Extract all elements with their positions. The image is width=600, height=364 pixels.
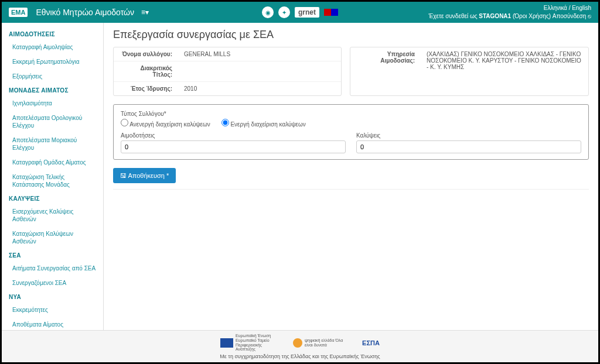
sidebar-item[interactable]: Καταχώριση Τελικής Κατάστασης Μονάδας <box>2 170 103 192</box>
divider <box>113 189 589 190</box>
sidebar-item[interactable]: Καταγραφή Αιμοληψίας <box>2 40 103 54</box>
club-type-label: Τύπος Συλλόγου* <box>121 111 581 117</box>
radio-inactive[interactable] <box>121 119 128 126</box>
sidebar-section-header: ΝΥΑ <box>2 290 103 303</box>
username: STAGONA1 <box>479 13 511 19</box>
founding-year-label: Έτος Ίδρυσης: <box>114 82 178 96</box>
espa-group: ΕΣΠΑ <box>362 339 380 346</box>
digital-greece-text: ψηφιακή ελλάδα Όλα είναι δυνατά <box>305 338 346 347</box>
partner-logo-1-icon: ◉ <box>262 6 274 18</box>
header-right: Ελληνικά / English Έχετε συνδεθεί ως STA… <box>428 4 591 20</box>
service-label: Υπηρεσία Αιμοδοσίας: <box>350 47 421 74</box>
sidebar-section-header: ΑΙΜΟΔΟΤΗΣΕΙΣ <box>2 28 103 40</box>
page-title: Επεξεργασία συνεργασίας με ΣΕΑ <box>113 29 589 41</box>
flag-swatch-icon <box>324 9 338 16</box>
header-center-logos: ◉ ✦ grnet <box>262 6 338 18</box>
digital-greece-icon <box>293 338 302 348</box>
save-icon: 🖫 <box>120 172 128 179</box>
sidebar-section-header: ΜΟΝΑΔΕΣ ΑΙΜΑΤΟΣ <box>2 84 103 96</box>
sidebar-item[interactable]: Εκκρεμότητες <box>2 303 103 317</box>
save-button[interactable]: 🖫 Αποθήκευση * <box>113 168 176 183</box>
hamburger-toggle-icon[interactable]: ≡▾ <box>141 8 149 16</box>
footer: Ευρωπαϊκή Ένωση Ευρωπαϊκό Ταμείο Περιφερ… <box>2 330 598 362</box>
app-logo: EMA Εθνικό Μητρώο Αιμοδοτών ≡▾ <box>9 8 149 17</box>
founding-year-value: 2010 <box>178 82 341 96</box>
app-title: Εθνικό Μητρώο Αιμοδοτών <box>36 8 134 17</box>
radio-active-text: Ενεργή διαχείριση καλύψεων <box>230 121 305 128</box>
club-info-panel: Όνομα συλλόγου: GENERAL MILLS Διακριτικό… <box>113 47 342 96</box>
distinct-title-value <box>178 61 341 82</box>
eu-text: Ευρωπαϊκή Ένωση Ευρωπαϊκό Ταμείο Περιφερ… <box>236 334 277 352</box>
edit-form: Τύπος Συλλόγου* Ανενεργή διαχείριση καλύ… <box>113 104 589 160</box>
espa-label: ΕΣΠΑ <box>362 339 380 346</box>
sidebar-item[interactable]: Εξορμήσεις <box>2 69 103 84</box>
radio-inactive-label[interactable]: Ανενεργή διαχείριση καλύψεων <box>121 121 212 128</box>
app-header: EMA Εθνικό Μητρώο Αιμοδοτών ≡▾ ◉ ✦ grnet… <box>2 2 598 23</box>
logout-link[interactable]: Αποσύνδεση <box>553 13 586 19</box>
sidebar-item[interactable]: Αιτήματα Συνεργασίας από ΣΕΑ <box>2 261 103 276</box>
sidebar-item[interactable]: Εκκρεμή Ερωτηματολόγια <box>2 54 103 69</box>
donations-label: Αιμοδοτήσεις <box>121 132 346 139</box>
distinct-title-label: Διακριτικός Τίτλος: <box>114 61 178 82</box>
sidebar-section-header: ΚΑΛΥΨΕΙΣ <box>2 192 103 204</box>
club-name-value: GENERAL MILLS <box>178 47 341 61</box>
donations-input[interactable] <box>121 140 346 153</box>
language-switch[interactable]: Ελληνικά / English <box>544 5 591 11</box>
logo-badge: EMA <box>9 8 28 17</box>
sidebar-item[interactable]: Αποτελέσματα Ορολογικού Ελέγχου <box>2 111 103 133</box>
radio-inactive-text: Ανενεργή διαχείριση καλύψεων <box>129 121 210 128</box>
logout-icon[interactable]: ⎋ <box>586 13 591 19</box>
login-prefix: Έχετε συνδεθεί ως <box>428 13 479 19</box>
radio-active-label[interactable]: Ενεργή διαχείριση καλύψεων <box>221 121 306 128</box>
digital-greece-group: ψηφιακή ελλάδα Όλα είναι δυνατά <box>293 338 346 348</box>
sidebar-item[interactable]: Εισερχόμενες Καλύψεις Ασθενών <box>2 204 103 226</box>
coverages-label: Καλύψεις <box>356 132 581 139</box>
save-button-label: Αποθήκευση * <box>128 172 169 179</box>
sidebar-item[interactable]: Καταγραφή Ομάδας Αίματος <box>2 155 103 170</box>
partner-logo-2-icon: ✦ <box>278 6 290 18</box>
sidebar-section-header: ΣΕΑ <box>2 249 103 261</box>
radio-active[interactable] <box>221 119 229 126</box>
eu-logo-group: Ευρωπαϊκή Ένωση Ευρωπαϊκό Ταμείο Περιφερ… <box>220 334 277 352</box>
sidebar-item[interactable]: Συνεργαζόμενοι ΣΕΑ <box>2 276 103 290</box>
footer-copyright: Με τη συγχρηματοδότηση της Ελλάδας και τ… <box>5 353 595 359</box>
club-name-label: Όνομα συλλόγου: <box>114 47 178 61</box>
main-content: Επεξεργασία συνεργασίας με ΣΕΑ Όνομα συλ… <box>104 23 598 330</box>
grnet-label: grnet <box>295 7 319 18</box>
service-value: (ΧΑΛΚΙΔΑΣ) ΓΕΝΙΚΟ ΝΟΣΟΚΟΜΕΙΟ ΧΑΛΚΙΔΑΣ - … <box>421 47 588 74</box>
sidebar-item[interactable]: Αποτελέσματα Μοριακού Ελέγχου <box>2 133 103 155</box>
service-panel: Υπηρεσία Αιμοδοσίας: (ΧΑΛΚΙΔΑΣ) ΓΕΝΙΚΟ Ν… <box>350 47 589 96</box>
eu-flag-icon <box>220 338 233 348</box>
sidebar-item[interactable]: Καταχώριση Καλύψεων Ασθενών <box>2 226 103 249</box>
terms-link[interactable]: (Όροι Χρήσης) <box>511 13 553 19</box>
sidebar: ΑΙΜΟΔΟΤΗΣΕΙΣ Καταγραφή Αιμοληψίας Εκκρεμ… <box>2 23 104 330</box>
sidebar-item[interactable]: Ιχνηλασιμότητα <box>2 96 103 111</box>
sidebar-item[interactable]: Αποθέματα Αίματος <box>2 317 103 330</box>
coverages-input[interactable] <box>356 140 581 153</box>
